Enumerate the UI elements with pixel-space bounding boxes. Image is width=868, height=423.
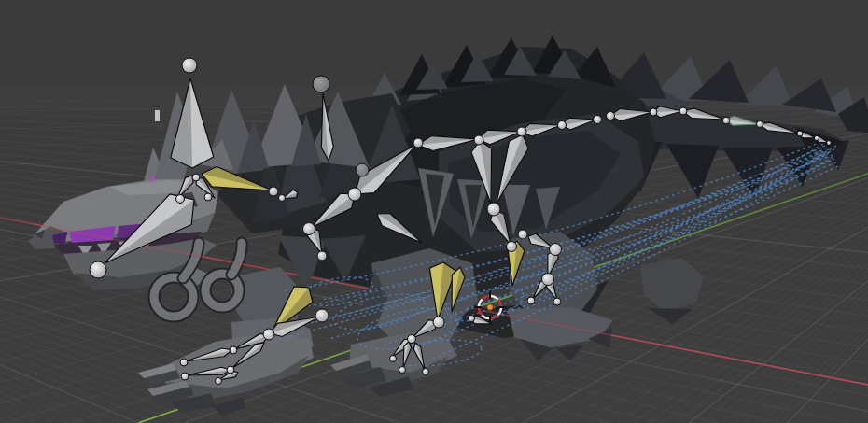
bone-joint[interactable]: [227, 366, 234, 374]
bone-joint[interactable]: [814, 135, 819, 140]
bone-joint[interactable]: [517, 127, 526, 136]
bone-joint[interactable]: [348, 188, 361, 201]
bone-joint[interactable]: [542, 274, 554, 286]
bone-joint[interactable]: [408, 335, 416, 344]
bone-joint[interactable]: [279, 195, 286, 202]
bone-joint[interactable]: [679, 107, 687, 115]
bone-joint[interactable]: [180, 359, 188, 366]
bone-joint[interactable]: [413, 138, 423, 148]
bone-joint[interactable]: [182, 58, 197, 73]
scene-overlay[interactable]: [0, 0, 868, 423]
bone-joint[interactable]: [315, 309, 329, 322]
bone-joint[interactable]: [797, 131, 803, 136]
bone-joint[interactable]: [192, 174, 200, 181]
blender-3d-viewport[interactable]: [0, 0, 868, 423]
bone-joint[interactable]: [313, 76, 329, 92]
bone-joint[interactable]: [474, 135, 483, 145]
bone-joint[interactable]: [263, 329, 274, 340]
bone-joint[interactable]: [650, 108, 657, 116]
bone-joint[interactable]: [303, 223, 315, 235]
bone-joint[interactable]: [594, 116, 602, 124]
bone-joint[interactable]: [607, 112, 615, 120]
bone-joint[interactable]: [399, 367, 406, 374]
bone-joint[interactable]: [204, 193, 212, 201]
bone-joint[interactable]: [181, 373, 189, 380]
bone-joint[interactable]: [216, 378, 222, 385]
bone-joint[interactable]: [423, 369, 429, 375]
bone-joint[interactable]: [487, 203, 500, 216]
bone-joint[interactable]: [550, 244, 562, 256]
bone-joint[interactable]: [722, 117, 730, 124]
bone-joint[interactable]: [527, 297, 535, 304]
bone-joint[interactable]: [518, 230, 527, 239]
bone-joint[interactable]: [230, 346, 237, 354]
bone-joint[interactable]: [553, 298, 561, 305]
bone-joint[interactable]: [176, 195, 185, 204]
bone-joint[interactable]: [90, 261, 106, 278]
bone-joint[interactable]: [269, 187, 278, 196]
bone-joint[interactable]: [356, 163, 369, 176]
bone-joint[interactable]: [558, 121, 567, 130]
bone-joint[interactable]: [469, 316, 475, 322]
bone-joint[interactable]: [433, 317, 444, 328]
bone-joint[interactable]: [390, 356, 397, 362]
bone-joint[interactable]: [827, 141, 832, 146]
object-origin-dot: [487, 304, 494, 311]
bone-joint[interactable]: [317, 251, 327, 261]
bone-joint[interactable]: [757, 121, 763, 128]
bone-joint[interactable]: [507, 242, 517, 252]
